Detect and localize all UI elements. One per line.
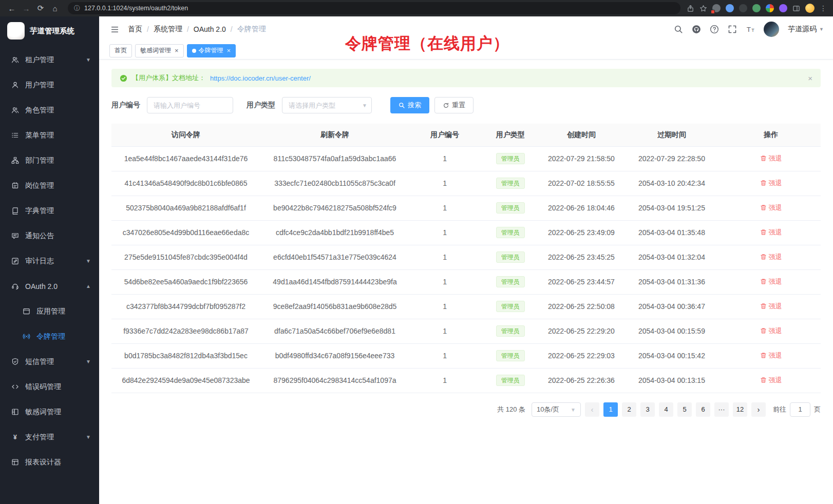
extension-green-icon[interactable] [752,4,761,12]
chevron-down-icon: ▼ [571,406,576,412]
force-logout-button[interactable]: 强退 [760,228,782,237]
sidebar-item-token[interactable]: 令牌管理 [0,324,99,349]
sidebar-item-notice[interactable]: 通知公告 [0,223,99,248]
sidebar-item-post[interactable]: 岗位管理 [0,173,99,198]
main-panel: 首页/系统管理/OAuth 2.0/令牌管理 TT [99,16,833,504]
extension-purple-icon[interactable] [779,4,787,12]
sidebar-item-user[interactable]: 用户管理 [0,72,99,98]
pager-more-button[interactable]: ··· [714,402,729,417]
tab-2[interactable]: 令牌管理× [187,44,236,57]
alert-doc-link[interactable]: https://doc.iocoder.cn/user-center/ [210,74,311,82]
user-type-input[interactable] [282,97,372,113]
access-token-cell: 1ea5e44f8bc1467aaede43144f31de76 [111,146,260,171]
force-logout-button[interactable]: 强退 [760,326,782,336]
extensions-puzzle-icon[interactable] [766,4,774,12]
table-row: c342377bf8b344799dcbf7bf095287f29ce8ef2a… [111,294,821,319]
reset-button[interactable]: 重置 [434,97,474,113]
page-size-select[interactable]: 10条/页 ▼ [532,402,581,417]
user-type-badge: 管理员 [496,350,525,361]
force-logout-button[interactable]: 强退 [760,277,782,286]
user-menu[interactable]: 芋道源码 ▼ [788,25,824,34]
tab-1[interactable]: 敏感词管理× [135,44,184,57]
split-view-icon[interactable] [792,5,800,12]
pager-page-1[interactable]: 1 [603,402,618,417]
sidebar-item-dept[interactable]: 部门管理 [0,148,99,173]
app-logo[interactable]: 芋道管理系统 [0,16,99,45]
home-icon[interactable]: ⌂ [48,2,62,15]
force-logout-button[interactable]: 强退 [760,179,782,188]
hamburger-icon[interactable] [106,21,123,37]
chrome-menu-icon[interactable]: ⋮ [820,4,827,12]
extension-badged-icon[interactable] [712,4,721,12]
pager-page-3[interactable]: 3 [640,402,655,417]
font-size-icon[interactable]: TT [746,25,755,34]
user-type-select[interactable]: ▼ [282,97,372,113]
sidebar-item-audit-log[interactable]: 审计日志▼ [0,248,99,274]
access-token-cell: 502375b8040a469a9b82188afdf6af1f [111,196,260,220]
column-header: 访问令牌 [111,124,260,146]
profile-avatar[interactable] [805,4,815,13]
sidebar-item-role[interactable]: 角色管理 [0,98,99,123]
close-icon[interactable]: × [227,47,231,54]
sidebar-item-sensitive-word[interactable]: 敏感词管理 [0,399,99,424]
app-title: 芋道管理系统 [30,26,74,36]
breadcrumb-item[interactable]: OAuth 2.0 [194,25,226,33]
prev-page-button[interactable]: ‹ [585,402,599,417]
sidebar-item-pay[interactable]: ¥支付管理▼ [0,424,99,450]
sidebar-item-sms[interactable]: 短信管理▼ [0,349,99,374]
sidebar-item-app[interactable]: 应用管理 [0,299,99,324]
fullscreen-icon[interactable] [728,25,737,34]
pager-page-4[interactable]: 4 [659,402,673,417]
force-logout-button[interactable]: 强退 [760,154,782,163]
tab-0[interactable]: 首页 [109,44,132,57]
breadcrumb-item[interactable]: 系统管理 [154,25,182,34]
refresh-token-cell: 333ecfc71e02480cb11055c875c3ca0f [260,171,409,196]
breadcrumb-item[interactable]: 首页 [128,25,142,34]
sidebar-item-label: 报表设计器 [25,458,61,467]
sidebar-item-menu[interactable]: 菜单管理 [0,123,99,148]
post-icon [11,182,19,189]
force-logout-button[interactable]: 强退 [760,302,782,311]
user-id-cell: 1 [409,368,480,393]
address-bar[interactable]: ⓘ 127.0.0.1:1024/system/oauth2/token [68,2,680,14]
sidebar-item-report[interactable]: 报表设计器 [0,450,99,475]
action-cell: 强退 [722,269,821,294]
extension-blue-icon[interactable] [726,4,734,12]
pager-page-5[interactable]: 5 [677,402,692,417]
github-icon[interactable] [692,25,701,34]
search-icon[interactable] [674,25,683,34]
sidebar-item-tenant[interactable]: 租户管理▼ [0,47,99,72]
user-id-input[interactable] [147,97,233,113]
pager-page-2[interactable]: 2 [622,402,636,417]
share-icon[interactable] [687,5,694,12]
sidebar-item-dict[interactable]: 字典管理 [0,198,99,223]
expire-time-cell: 2022-07-29 22:28:50 [622,146,721,171]
sidebar-item-oauth2[interactable]: OAuth 2.0▲ [0,274,99,299]
extension-badge [711,10,715,14]
pager-page-6[interactable]: 6 [696,402,710,417]
filter-bar: 用户编号 用户类型 ▼ 搜索 重置 [111,97,821,113]
goto-page-input[interactable] [790,402,810,417]
user-avatar[interactable] [764,22,779,37]
close-icon[interactable]: × [175,47,179,54]
forward-icon[interactable]: → [20,2,33,15]
sidebar-item-label: 应用管理 [36,307,65,316]
close-icon[interactable]: × [808,74,812,83]
force-logout-label: 强退 [769,253,782,262]
force-logout-button[interactable]: 强退 [760,351,782,360]
pager-page-12[interactable]: 12 [733,402,747,417]
force-logout-button[interactable]: 强退 [760,203,782,212]
sidebar-item-error-code[interactable]: 错误码管理 [0,374,99,399]
site-info-icon[interactable]: ⓘ [74,4,80,13]
extension-dark-icon[interactable] [739,4,747,12]
back-icon[interactable]: ← [5,2,18,15]
trash-icon [760,352,767,359]
next-page-button[interactable]: › [751,402,766,417]
help-icon[interactable] [710,25,719,34]
bookmark-star-icon[interactable] [699,5,707,12]
force-logout-button[interactable]: 强退 [760,253,782,262]
reload-icon[interactable]: ⟳ [34,2,47,15]
search-button[interactable]: 搜索 [390,97,429,113]
force-logout-button[interactable]: 强退 [760,376,782,385]
sidebar-item-label: 令牌管理 [36,332,65,341]
